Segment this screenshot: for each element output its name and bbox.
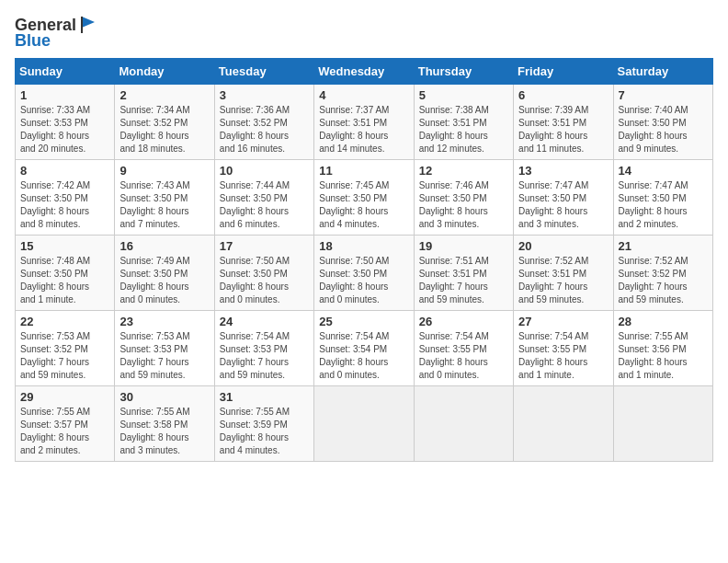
day-info: Sunrise: 7:33 AMSunset: 3:53 PMDaylight:… bbox=[20, 104, 109, 155]
day-number: 28 bbox=[619, 315, 708, 328]
calendar-cell: 11Sunrise: 7:45 AMSunset: 3:50 PMDayligh… bbox=[314, 160, 414, 236]
svg-marker-0 bbox=[82, 17, 95, 28]
calendar-cell: 14Sunrise: 7:47 AMSunset: 3:50 PMDayligh… bbox=[613, 160, 712, 236]
day-info: Sunrise: 7:38 AMSunset: 3:51 PMDaylight:… bbox=[419, 104, 508, 155]
day-number: 22 bbox=[20, 315, 109, 328]
calendar-cell: 31Sunrise: 7:55 AMSunset: 3:59 PMDayligh… bbox=[214, 386, 313, 462]
day-number: 11 bbox=[319, 164, 408, 178]
day-number: 23 bbox=[119, 315, 209, 328]
header-sunday: Sunday bbox=[16, 59, 115, 85]
header-thursday: Thursday bbox=[414, 59, 513, 85]
day-number: 9 bbox=[119, 164, 209, 178]
day-number: 8 bbox=[20, 164, 109, 178]
day-info: Sunrise: 7:55 AMSunset: 3:56 PMDaylight:… bbox=[619, 330, 708, 382]
calendar-cell: 30Sunrise: 7:55 AMSunset: 3:58 PMDayligh… bbox=[115, 386, 214, 462]
day-number: 7 bbox=[619, 88, 708, 102]
day-number: 3 bbox=[220, 88, 309, 102]
header-friday: Friday bbox=[514, 59, 613, 85]
day-number: 25 bbox=[319, 315, 408, 328]
calendar-cell: 25Sunrise: 7:54 AMSunset: 3:54 PMDayligh… bbox=[314, 311, 414, 386]
week-row-4: 29Sunrise: 7:55 AMSunset: 3:57 PMDayligh… bbox=[16, 386, 713, 462]
day-info: Sunrise: 7:49 AMSunset: 3:50 PMDaylight:… bbox=[119, 255, 209, 306]
day-info: Sunrise: 7:48 AMSunset: 3:50 PMDaylight:… bbox=[20, 255, 109, 306]
day-info: Sunrise: 7:39 AMSunset: 3:51 PMDaylight:… bbox=[518, 104, 608, 155]
day-info: Sunrise: 7:54 AMSunset: 3:53 PMDaylight:… bbox=[220, 330, 309, 382]
calendar-cell bbox=[314, 386, 414, 462]
week-row-2: 15Sunrise: 7:48 AMSunset: 3:50 PMDayligh… bbox=[16, 236, 713, 311]
day-info: Sunrise: 7:45 AMSunset: 3:50 PMDaylight:… bbox=[319, 179, 408, 231]
day-number: 13 bbox=[518, 164, 608, 178]
day-number: 21 bbox=[619, 239, 708, 253]
calendar-cell bbox=[414, 386, 513, 462]
calendar-cell: 4Sunrise: 7:37 AMSunset: 3:51 PMDaylight… bbox=[314, 85, 414, 160]
header-monday: Monday bbox=[115, 59, 214, 85]
calendar-cell: 19Sunrise: 7:51 AMSunset: 3:51 PMDayligh… bbox=[414, 236, 513, 311]
calendar-cell: 5Sunrise: 7:38 AMSunset: 3:51 PMDaylight… bbox=[414, 85, 513, 160]
calendar-cell: 22Sunrise: 7:53 AMSunset: 3:52 PMDayligh… bbox=[16, 311, 115, 386]
calendar-cell: 28Sunrise: 7:55 AMSunset: 3:56 PMDayligh… bbox=[613, 311, 712, 386]
week-row-3: 22Sunrise: 7:53 AMSunset: 3:52 PMDayligh… bbox=[16, 311, 713, 386]
day-info: Sunrise: 7:53 AMSunset: 3:52 PMDaylight:… bbox=[20, 330, 109, 382]
day-number: 19 bbox=[419, 239, 508, 253]
day-number: 10 bbox=[220, 164, 309, 178]
calendar-cell: 6Sunrise: 7:39 AMSunset: 3:51 PMDaylight… bbox=[514, 85, 613, 160]
day-info: Sunrise: 7:55 AMSunset: 3:57 PMDaylight:… bbox=[20, 406, 109, 457]
day-info: Sunrise: 7:55 AMSunset: 3:58 PMDaylight:… bbox=[119, 406, 209, 457]
calendar-cell: 3Sunrise: 7:36 AMSunset: 3:52 PMDaylight… bbox=[214, 85, 313, 160]
day-info: Sunrise: 7:54 AMSunset: 3:55 PMDaylight:… bbox=[419, 330, 508, 382]
calendar-cell: 27Sunrise: 7:54 AMSunset: 3:55 PMDayligh… bbox=[514, 311, 613, 386]
calendar-cell: 9Sunrise: 7:43 AMSunset: 3:50 PMDaylight… bbox=[115, 160, 214, 236]
day-info: Sunrise: 7:55 AMSunset: 3:59 PMDaylight:… bbox=[220, 406, 309, 457]
day-info: Sunrise: 7:40 AMSunset: 3:50 PMDaylight:… bbox=[619, 104, 708, 155]
day-number: 16 bbox=[119, 239, 209, 253]
day-info: Sunrise: 7:34 AMSunset: 3:52 PMDaylight:… bbox=[119, 104, 209, 155]
day-number: 18 bbox=[319, 239, 408, 253]
calendar-cell: 1Sunrise: 7:33 AMSunset: 3:53 PMDaylight… bbox=[16, 85, 115, 160]
day-number: 5 bbox=[419, 88, 508, 102]
day-number: 29 bbox=[20, 390, 109, 404]
header-wednesday: Wednesday bbox=[314, 59, 414, 85]
day-number: 14 bbox=[619, 164, 708, 178]
day-number: 24 bbox=[220, 315, 309, 328]
logo: General Blue bbox=[15, 15, 98, 51]
calendar-cell: 21Sunrise: 7:52 AMSunset: 3:52 PMDayligh… bbox=[613, 236, 712, 311]
day-number: 12 bbox=[419, 164, 508, 178]
day-info: Sunrise: 7:44 AMSunset: 3:50 PMDaylight:… bbox=[220, 179, 309, 231]
calendar-cell: 29Sunrise: 7:55 AMSunset: 3:57 PMDayligh… bbox=[16, 386, 115, 462]
logo-flag-icon bbox=[78, 15, 98, 35]
day-info: Sunrise: 7:50 AMSunset: 3:50 PMDaylight:… bbox=[220, 255, 309, 306]
day-number: 31 bbox=[220, 390, 309, 404]
calendar-cell: 26Sunrise: 7:54 AMSunset: 3:55 PMDayligh… bbox=[414, 311, 513, 386]
calendar-cell bbox=[514, 386, 613, 462]
day-number: 17 bbox=[220, 239, 309, 253]
calendar-cell: 2Sunrise: 7:34 AMSunset: 3:52 PMDaylight… bbox=[115, 85, 214, 160]
header-tuesday: Tuesday bbox=[214, 59, 313, 85]
day-number: 20 bbox=[518, 239, 608, 253]
day-number: 1 bbox=[20, 88, 109, 102]
calendar-header-row: SundayMondayTuesdayWednesdayThursdayFrid… bbox=[16, 59, 713, 85]
day-info: Sunrise: 7:52 AMSunset: 3:52 PMDaylight:… bbox=[619, 255, 708, 306]
svg-rect-1 bbox=[81, 17, 83, 33]
day-number: 4 bbox=[319, 88, 408, 102]
calendar-cell: 23Sunrise: 7:53 AMSunset: 3:53 PMDayligh… bbox=[115, 311, 214, 386]
day-info: Sunrise: 7:50 AMSunset: 3:50 PMDaylight:… bbox=[319, 255, 408, 306]
day-info: Sunrise: 7:53 AMSunset: 3:53 PMDaylight:… bbox=[119, 330, 209, 382]
day-number: 15 bbox=[20, 239, 109, 253]
calendar-cell: 10Sunrise: 7:44 AMSunset: 3:50 PMDayligh… bbox=[214, 160, 313, 236]
day-info: Sunrise: 7:37 AMSunset: 3:51 PMDaylight:… bbox=[319, 104, 408, 155]
day-info: Sunrise: 7:42 AMSunset: 3:50 PMDaylight:… bbox=[20, 179, 109, 231]
day-info: Sunrise: 7:47 AMSunset: 3:50 PMDaylight:… bbox=[518, 179, 608, 231]
calendar-cell: 7Sunrise: 7:40 AMSunset: 3:50 PMDaylight… bbox=[613, 85, 712, 160]
logo-blue-text: Blue bbox=[15, 31, 51, 51]
day-info: Sunrise: 7:52 AMSunset: 3:51 PMDaylight:… bbox=[518, 255, 608, 306]
day-info: Sunrise: 7:47 AMSunset: 3:50 PMDaylight:… bbox=[619, 179, 708, 231]
day-info: Sunrise: 7:43 AMSunset: 3:50 PMDaylight:… bbox=[119, 179, 209, 231]
day-info: Sunrise: 7:51 AMSunset: 3:51 PMDaylight:… bbox=[419, 255, 508, 306]
day-number: 26 bbox=[419, 315, 508, 328]
calendar-cell: 12Sunrise: 7:46 AMSunset: 3:50 PMDayligh… bbox=[414, 160, 513, 236]
week-row-1: 8Sunrise: 7:42 AMSunset: 3:50 PMDaylight… bbox=[16, 160, 713, 236]
day-info: Sunrise: 7:46 AMSunset: 3:50 PMDaylight:… bbox=[419, 179, 508, 231]
header-saturday: Saturday bbox=[613, 59, 712, 85]
day-number: 27 bbox=[518, 315, 608, 328]
day-info: Sunrise: 7:54 AMSunset: 3:54 PMDaylight:… bbox=[319, 330, 408, 382]
